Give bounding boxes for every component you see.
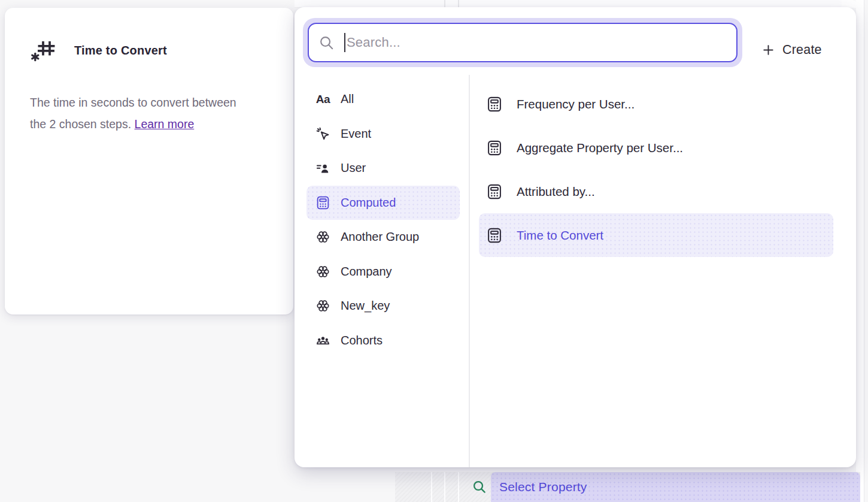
popover-divider — [469, 75, 470, 467]
tooltip-title: Time to Convert — [74, 44, 167, 58]
category-item-computed[interactable]: Computed — [306, 186, 460, 220]
property-tooltip-card: Time to Convert The time in seconds to c… — [5, 8, 293, 314]
tooltip-header: Time to Convert — [30, 38, 167, 63]
category-label: User — [341, 161, 366, 175]
calculator-icon — [486, 183, 503, 200]
query-builder-row: Select Property — [395, 472, 860, 502]
category-label: All — [341, 92, 354, 106]
description-line-1: The time in seconds to convert between — [30, 96, 236, 109]
learn-more-link[interactable]: Learn more — [135, 117, 195, 131]
result-label: Time to Convert — [517, 228, 603, 243]
property-select-popover: Search... Create Aa All — [295, 7, 856, 467]
category-item-user[interactable]: User — [306, 151, 460, 186]
cohorts-icon — [315, 333, 330, 348]
category-label: Event — [341, 127, 371, 141]
text-caret — [344, 33, 345, 52]
result-item-time-to-convert[interactable]: Time to Convert — [479, 213, 833, 257]
computed-number-icon — [30, 38, 56, 63]
background-panel-right — [856, 0, 864, 502]
result-item-attributed-by[interactable]: Attributed by... — [479, 170, 833, 213]
category-list: Aa All Event — [306, 82, 460, 358]
create-button[interactable]: Create — [755, 32, 828, 67]
text-format-icon: Aa — [315, 92, 330, 107]
category-item-another-group[interactable]: Another Group — [306, 220, 460, 255]
category-item-new-key[interactable]: New_key — [306, 289, 460, 323]
column-divider — [444, 472, 445, 502]
select-property-button[interactable]: Select Property — [491, 472, 860, 502]
calculator-icon — [486, 96, 503, 113]
search-input[interactable]: Search... — [308, 23, 738, 62]
property-search-icon — [472, 479, 487, 495]
calculator-icon — [486, 140, 503, 156]
result-list: Frequency per User... Aggregate Property… — [479, 82, 833, 257]
select-property-label: Select Property — [499, 480, 587, 494]
description-line-2: the 2 chosen steps. — [30, 117, 131, 131]
result-label: Aggregate Property per User... — [517, 141, 683, 155]
result-item-frequency-per-user[interactable]: Frequency per User... — [479, 82, 833, 126]
category-item-all[interactable]: Aa All — [306, 82, 460, 117]
result-label: Frequency per User... — [517, 97, 635, 111]
column-divider — [431, 472, 432, 502]
category-item-event[interactable]: Event — [306, 117, 460, 152]
category-label: Company — [341, 265, 392, 279]
group-icon — [315, 229, 330, 244]
category-label: Another Group — [341, 230, 419, 244]
category-item-company[interactable]: Company — [306, 255, 460, 289]
column-divider — [458, 472, 459, 502]
category-label: Cohorts — [341, 334, 383, 347]
group-icon — [315, 264, 330, 279]
search-icon — [318, 35, 335, 51]
screen: Select Property Time to Convert The time… — [0, 0, 868, 502]
category-label: New_key — [341, 299, 390, 313]
calculator-icon — [486, 227, 503, 244]
group-icon — [315, 298, 330, 313]
result-label: Attributed by... — [517, 185, 595, 199]
category-label: Computed — [341, 196, 396, 210]
create-button-label: Create — [782, 43, 822, 58]
search-placeholder: Search... — [347, 35, 400, 50]
calculator-icon — [315, 195, 330, 210]
result-item-aggregate-property-per-user[interactable]: Aggregate Property per User... — [479, 126, 833, 170]
user-icon — [315, 161, 330, 176]
cursor-click-icon — [315, 126, 330, 141]
tooltip-description: The time in seconds to convert between t… — [30, 92, 269, 135]
search-focus-halo: Search... — [303, 18, 742, 67]
category-item-cohorts[interactable]: Cohorts — [306, 323, 460, 358]
plus-icon — [761, 43, 775, 57]
